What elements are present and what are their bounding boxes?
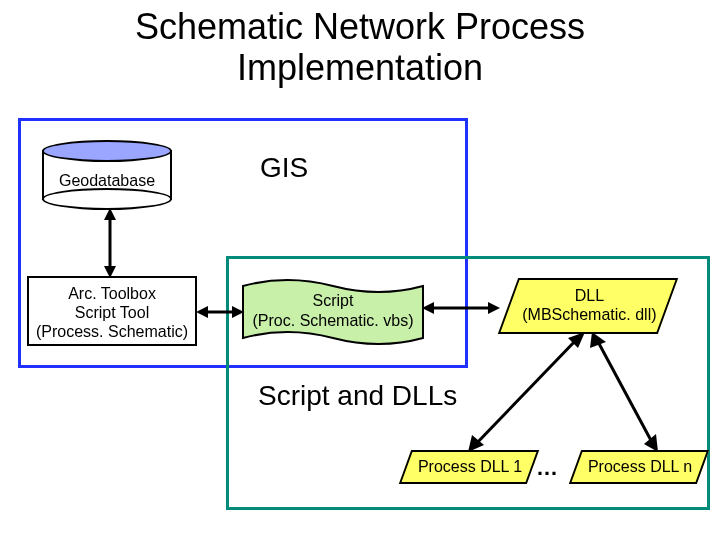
svg-line-12 [596, 338, 654, 446]
process-dll-1-node: Process DLL 1 [399, 450, 539, 484]
svg-marker-4 [196, 306, 208, 318]
gis-label: GIS [260, 152, 308, 184]
geodatabase-node: Geodatabase [42, 140, 172, 210]
page-title: Schematic Network Process Implementation [0, 6, 720, 89]
dll-node: DLL (MBSchematic. dll) [498, 278, 678, 334]
arrow-script-dll [422, 298, 500, 318]
ellipsis-dots: … [536, 455, 560, 481]
dll-label-wrap: DLL (MBSchematic. dll) [511, 280, 667, 324]
pdn-label: Process DLL n [578, 452, 702, 476]
svg-marker-1 [104, 208, 116, 220]
geodatabase-label: Geodatabase [42, 172, 172, 190]
title-line1: Schematic Network Process [135, 6, 585, 47]
arrow-atb-script [196, 302, 244, 322]
arctoolbox-node: Arc. Toolbox Script Tool (Process. Schem… [27, 276, 197, 346]
arrow-geodb-atb [100, 208, 120, 278]
svg-marker-13 [590, 332, 606, 348]
arrow-dll-proc1 [460, 332, 590, 454]
pd1-label: Process DLL 1 [408, 452, 532, 476]
script-l1: Script [313, 292, 354, 309]
atb-l1: Arc. Toolbox [68, 285, 156, 302]
arrow-dll-procn [588, 332, 668, 454]
atb-l2: Script Tool [75, 304, 149, 321]
svg-marker-8 [488, 302, 500, 314]
atb-l3: (Process. Schematic) [36, 323, 188, 340]
script-node: Script (Proc. Schematic. vbs) [242, 278, 424, 346]
cylinder-bottom [42, 188, 172, 210]
script-l2: (Proc. Schematic. vbs) [253, 312, 414, 329]
dll-l2: (MBSchematic. dll) [522, 306, 656, 323]
cylinder-top [42, 140, 172, 162]
script-dll-label: Script and DLLs [258, 380, 457, 412]
process-dll-n-node: Process DLL n [569, 450, 709, 484]
svg-line-9 [474, 338, 578, 446]
dll-l1: DLL [575, 287, 604, 304]
title-line2: Implementation [237, 47, 483, 88]
script-label-wrap: Script (Proc. Schematic. vbs) [242, 291, 424, 331]
